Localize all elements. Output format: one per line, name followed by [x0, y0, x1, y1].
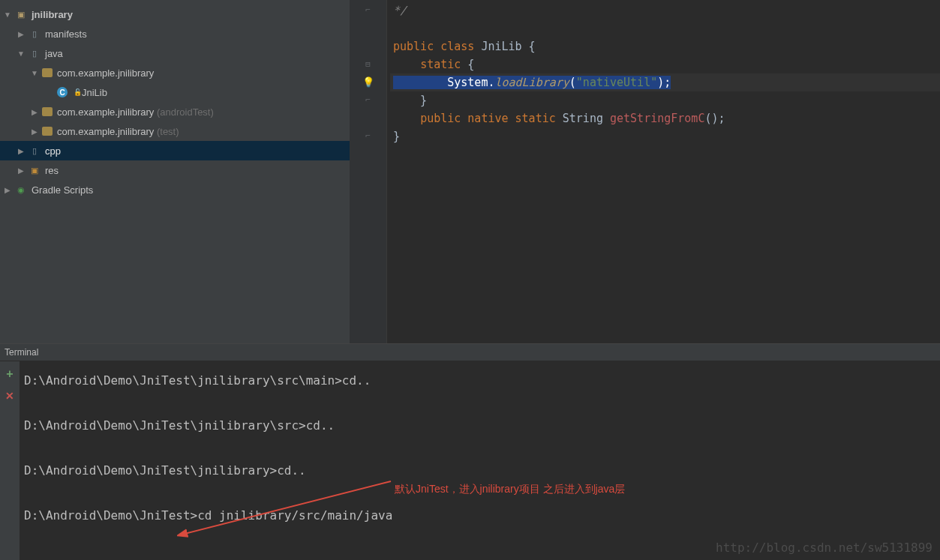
terminal-line: D:\Android\Demo\JniTest\jnilibrary>cd..	[24, 463, 935, 478]
code-line: */	[390, 1, 940, 19]
tree-item-jnilib-class[interactable]: C 🔓 JniLib	[0, 82, 350, 102]
fold-end-icon: ⌐	[350, 127, 386, 145]
tree-item-manifests[interactable]: ▶ ▯ manifests	[0, 24, 350, 43]
tree-item-cpp[interactable]: ▶ ▯ cpp	[0, 141, 350, 160]
module-icon: ▣	[15, 8, 27, 20]
res-folder-icon: ▣	[29, 164, 41, 176]
tree-item-java[interactable]: ▼ ▯ java	[0, 43, 350, 63]
chevron-down-icon: ▼	[17, 49, 26, 58]
tree-item-package-androidtest[interactable]: ▶ com.example.jnilibrary (androidTest)	[0, 102, 350, 121]
fold-start-icon: ⊟	[350, 55, 386, 73]
terminal-toolbar: + ✕	[0, 361, 20, 560]
intention-bulb-icon[interactable]: 💡	[350, 73, 386, 91]
annotation-text: 默认JniTest，进入jnilibrary项目 之后进入到java层	[395, 481, 625, 496]
chevron-right-icon: ▶	[17, 29, 26, 38]
folder-icon: ▯	[29, 28, 41, 40]
tree-label: com.example.jnilibrary (androidTest)	[57, 106, 214, 118]
package-icon	[42, 107, 53, 116]
java-class-icon: C	[57, 87, 68, 97]
code-line	[390, 19, 940, 37]
tree-item-gradle-scripts[interactable]: ▶ ◉ Gradle Scripts	[0, 180, 350, 199]
tree-label: cpp	[45, 145, 61, 157]
code-line: public native static String getStringFro…	[390, 109, 940, 127]
chevron-right-icon: ▶	[17, 146, 26, 155]
chevron-right-icon: ▶	[3, 185, 12, 194]
tree-label: res	[45, 165, 59, 176]
package-icon	[42, 68, 53, 77]
tree-label: JniLib	[82, 87, 107, 98]
code-line: public class JniLib {	[390, 37, 940, 55]
code-line: }	[390, 127, 940, 145]
code-area[interactable]: */ public class JniLib { static { System…	[350, 0, 940, 145]
gradle-icon: ◉	[15, 184, 27, 196]
chevron-right-icon: ▶	[17, 166, 26, 175]
tree-item-package-main[interactable]: ▼ com.example.jnilibrary	[0, 63, 350, 82]
package-icon	[42, 127, 53, 136]
project-tree[interactable]: ▼ ▣ jnilibrary ▶ ▯ manifests ▼ ▯ java ▼ …	[0, 0, 350, 343]
terminal-line: D:\Android\Demo\JniTest\jnilibrary\src>c…	[24, 418, 935, 433]
fold-end-icon: ⌐	[350, 1, 386, 19]
editor-gutter: ⌐ ⊟ 💡 ⌐ ⌐	[350, 0, 387, 343]
folder-icon: ▯	[29, 47, 41, 59]
chevron-right-icon: ▶	[30, 107, 39, 116]
svg-line-0	[185, 481, 391, 534]
tree-label: java	[45, 48, 63, 59]
chevron-down-icon: ▼	[30, 68, 39, 77]
terminal-line: D:\Android\Demo\JniTest\jnilibrary\src\m…	[24, 373, 935, 388]
tree-item-package-test[interactable]: ▶ com.example.jnilibrary (test)	[0, 121, 350, 141]
tree-label: Gradle Scripts	[32, 184, 93, 196]
tree-label: jnilibrary	[32, 9, 73, 20]
terminal-output[interactable]: D:\Android\Demo\JniTest\jnilibrary\src\m…	[20, 361, 940, 560]
new-session-icon[interactable]: +	[6, 367, 13, 381]
chevron-down-icon: ▼	[3, 10, 12, 19]
code-line-selected: System.loadLibrary("nativeUtil");	[390, 73, 940, 91]
terminal-panel: Terminal + ✕ D:\Android\Demo\JniTest\jni…	[0, 343, 940, 560]
tree-label: com.example.jnilibrary	[57, 67, 154, 79]
folder-icon: ▯	[29, 145, 41, 157]
lock-icon: 🔓	[74, 88, 82, 96]
terminal-line: D:\Android\Demo\JniTest>cd jnilibrary/sr…	[24, 508, 935, 523]
terminal-tab-title: Terminal	[5, 347, 38, 358]
code-line: static {	[390, 55, 940, 73]
chevron-right-icon: ▶	[30, 127, 39, 136]
code-editor[interactable]: ⌐ ⊟ 💡 ⌐ ⌐ */ public class JniLib { stati…	[350, 0, 940, 343]
watermark: http://blog.csdn.net/sw5131899	[716, 541, 932, 556]
fold-end-icon: ⌐	[350, 91, 386, 109]
terminal-tab[interactable]: Terminal	[0, 343, 940, 361]
code-line: }	[390, 91, 940, 109]
tree-label: manifests	[45, 28, 87, 40]
tree-item-res[interactable]: ▶ ▣ res	[0, 160, 350, 180]
close-session-icon[interactable]: ✕	[5, 390, 14, 402]
tree-root[interactable]: ▼ ▣ jnilibrary	[0, 4, 350, 24]
tree-label: com.example.jnilibrary (test)	[57, 126, 179, 137]
